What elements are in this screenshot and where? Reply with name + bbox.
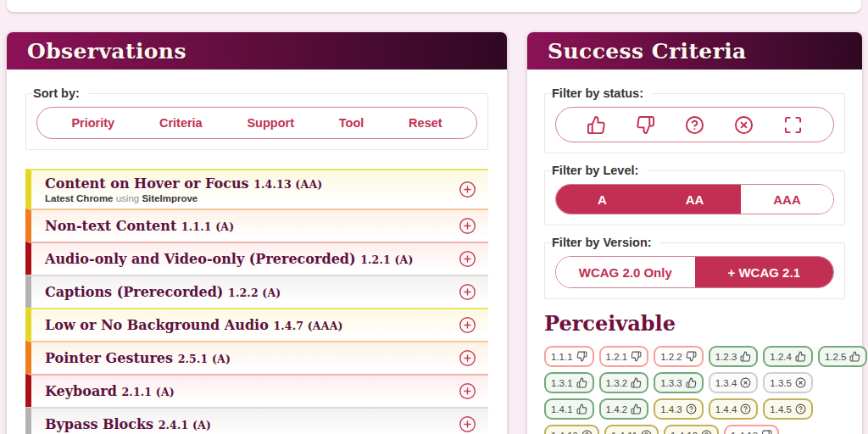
sort-reset-button[interactable]: Reset [403, 115, 448, 131]
criterion-chip-1.4.13[interactable]: 1.4.13 [724, 425, 779, 434]
expand-observation-button[interactable] [459, 283, 476, 301]
observation-text: Low or No Background Audio 1.4.7 (AAA) [45, 317, 343, 334]
question-circle-icon [641, 430, 652, 434]
thumbs-up-icon [686, 377, 697, 388]
filter-status-question-button[interactable] [685, 115, 704, 135]
plus-circle-icon [459, 181, 476, 198]
criterion-chip-1.2.5[interactable]: 1.2.5 [818, 346, 868, 367]
x-circle-icon [734, 115, 754, 135]
version-wcag-2.0-only-button[interactable]: WCAG 2.0 Only [556, 257, 695, 287]
thumbs-down-icon [636, 115, 655, 135]
filter-status-fieldset: Filter by status: [544, 86, 845, 153]
sort-options-group: PriorityCriteriaSupportToolReset [36, 107, 477, 139]
expand-observation-button[interactable] [459, 415, 476, 433]
observation-title: Audio-only and Video-only (Prerecorded) … [45, 251, 414, 268]
criterion-chip-1.2.2[interactable]: 1.2.2 [654, 346, 704, 367]
criterion-chip-label: 1.4.11 [611, 431, 637, 434]
observation-title: Low or No Background Audio 1.4.7 (AAA) [45, 317, 343, 334]
thumbs-up-icon [631, 377, 642, 388]
filter-status-pass-button[interactable] [587, 115, 606, 135]
filter-status-fail-button[interactable] [636, 115, 655, 135]
criterion-reference: 1.4.7 (AAA) [273, 320, 342, 332]
thumbs-up-icon [740, 351, 751, 362]
criterion-chip-label: 1.4.2 [606, 404, 628, 415]
observation-title: Pointer Gestures 2.5.1 (A) [45, 350, 231, 367]
sort-priority-button[interactable]: Priority [66, 115, 120, 131]
version--wcag-2.1-button[interactable]: + WCAG 2.1 [695, 257, 834, 287]
criterion-chip-1.4.5[interactable]: 1.4.5 [763, 398, 813, 420]
expand-observation-button[interactable] [459, 250, 476, 268]
criterion-chip-1.4.3[interactable]: 1.4.3 [654, 398, 704, 420]
criterion-chip-label: 1.3.5 [770, 378, 792, 388]
criterion-chip-1.4.1[interactable]: 1.4.1 [544, 398, 594, 420]
observations-body: Sort by: PriorityCriteriaSupportToolRese… [7, 70, 507, 434]
observations-header: Observations [7, 32, 507, 70]
observation-item[interactable]: Low or No Background Audio 1.4.7 (AAA) [25, 308, 488, 341]
criterion-chip-label: 1.3.1 [551, 378, 573, 388]
criterion-chip-1.4.10[interactable]: 1.4.10 [544, 425, 599, 434]
criterion-chip-1.2.3[interactable]: 1.2.3 [709, 346, 759, 367]
criterion-chip-1.4.11[interactable]: 1.4.11 [604, 425, 659, 434]
plus-circle-icon [459, 316, 476, 334]
filter-status-legend: Filter by status: [552, 86, 652, 100]
observation-item[interactable]: Captions (Prerecorded) 1.2.2 (A) [25, 275, 488, 308]
expand-observation-button[interactable] [459, 217, 476, 235]
criterion-chip-1.4.12[interactable]: 1.4.12 [664, 425, 719, 434]
observation-item[interactable]: Pointer Gestures 2.5.1 (A) [25, 341, 488, 374]
observation-text: Non-text Content 1.1.1 (A) [45, 218, 234, 235]
criterion-chip-label: 1.2.3 [715, 352, 737, 362]
question-circle-icon [686, 403, 697, 415]
level-aaa-button[interactable]: AAA [741, 185, 833, 214]
level-aa-button[interactable]: AA [648, 185, 741, 214]
criterion-chip-label: 1.4.4 [715, 404, 737, 415]
question-circle-icon [685, 115, 704, 135]
level-a-button[interactable]: A [556, 185, 648, 214]
success-criteria-body: Filter by status: Filter by Level: AAAAA… [527, 70, 862, 434]
criterion-chip-1.3.1[interactable]: 1.3.1 [544, 372, 594, 393]
criterion-reference: 1.4.13 (AA) [253, 178, 322, 191]
observation-item[interactable]: Content on Hover or Focus 1.4.13 (AA)Lat… [25, 169, 488, 209]
thumbs-down-icon [631, 351, 642, 362]
x-circle-icon [795, 377, 806, 388]
criterion-chip-1.1.1[interactable]: 1.1.1 [544, 346, 594, 367]
expand-observation-button[interactable] [459, 316, 476, 334]
criterion-reference: 2.1.1 (A) [121, 386, 174, 398]
expand-observation-button[interactable] [459, 349, 476, 367]
criterion-reference: 1.1.1 (A) [181, 220, 234, 233]
observation-item[interactable]: Bypass Blocks 2.4.1 (A) [25, 407, 488, 434]
criterion-reference: 1.2.2 (A) [228, 287, 281, 299]
observations-panel: Observations Sort by: PriorityCriteriaSu… [7, 32, 507, 434]
success-criteria-title: Success Criteria [548, 39, 747, 64]
filter-status-na-button[interactable] [734, 115, 754, 135]
criterion-chip-1.3.5[interactable]: 1.3.5 [763, 372, 813, 393]
filter-version-legend: Filter by Version: [552, 236, 660, 249]
criterion-chip-1.2.4[interactable]: 1.2.4 [763, 346, 813, 367]
observation-text: Captions (Prerecorded) 1.2.2 (A) [45, 284, 281, 301]
expand-observation-button[interactable] [459, 382, 476, 400]
criterion-chip-1.4.2[interactable]: 1.4.2 [599, 398, 649, 420]
question-circle-icon [581, 430, 593, 434]
criterion-chip-1.2.1[interactable]: 1.2.1 [599, 346, 649, 367]
criterion-chip-label: 1.3.4 [715, 378, 737, 388]
criterion-chip-label: 1.4.1 [551, 404, 573, 415]
observation-text: Audio-only and Video-only (Prerecorded) … [45, 251, 414, 268]
sort-support-button[interactable]: Support [242, 115, 299, 131]
sort-criteria-button[interactable]: Criteria [154, 115, 208, 131]
observation-item[interactable]: Keyboard 2.1.1 (A) [25, 374, 488, 407]
criterion-chip-1.3.2[interactable]: 1.3.2 [599, 372, 649, 393]
expand-observation-button[interactable] [459, 181, 476, 198]
observation-text: Bypass Blocks 2.4.1 (A) [45, 416, 211, 433]
sort-tool-button[interactable]: Tool [334, 115, 370, 131]
observation-item[interactable]: Audio-only and Video-only (Prerecorded) … [25, 242, 488, 275]
criterion-chip-1.3.3[interactable]: 1.3.3 [654, 372, 704, 393]
criteria-chip-grid: 1.1.11.2.11.2.21.2.31.2.41.2.51.3.11.3.2… [544, 346, 845, 434]
thumbs-down-icon [686, 351, 697, 362]
observation-item[interactable]: Non-text Content 1.1.1 (A) [25, 209, 488, 242]
thumbs-up-icon [576, 377, 587, 388]
criterion-chip-1.3.4[interactable]: 1.3.4 [709, 372, 759, 393]
question-circle-icon [701, 430, 712, 434]
criteria-chip-row: 1.4.101.4.111.4.121.4.13 [544, 425, 845, 434]
plus-circle-icon [459, 250, 476, 268]
filter-status-all-button[interactable] [783, 115, 803, 135]
criterion-chip-1.4.4[interactable]: 1.4.4 [709, 398, 759, 420]
